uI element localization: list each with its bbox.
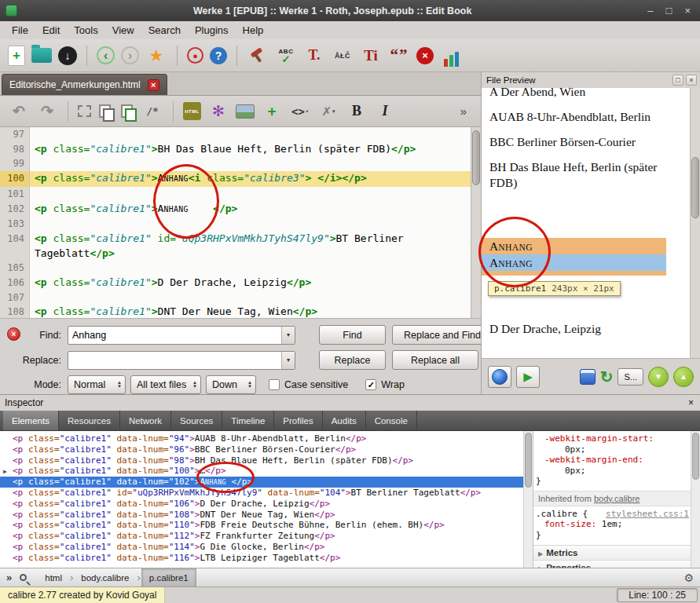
code-editor[interactable]: 9798<p class="calibre1">BH Das Blaue Hef… [0, 127, 481, 318]
more-options-button[interactable]: S... [618, 368, 643, 386]
select-region-icon[interactable] [78, 105, 91, 117]
dom-tree-row[interactable]: <p class="calibre1" data-lnum="106">D De… [0, 499, 523, 510]
replace-all-button[interactable]: Replace all [392, 350, 478, 370]
styles-scrollbar-thumb[interactable] [692, 433, 699, 480]
expand-arrow-icon[interactable]: ▶ [3, 466, 7, 477]
code-line-107[interactable]: 107 [0, 291, 471, 305]
section-properties[interactable]: ▶Properties [533, 560, 700, 568]
menu-file[interactable]: File [5, 23, 35, 38]
bold-icon[interactable]: B [346, 100, 368, 122]
breadcrumb-body.calibre[interactable]: body.calibre [74, 568, 136, 587]
flower-icon[interactable]: ✻ [207, 100, 229, 122]
inspector-tab-profiles[interactable]: Profiles [274, 411, 322, 430]
editor-scrollbar[interactable] [471, 127, 481, 318]
mode-combo[interactable]: Normal ▲▼ [68, 375, 126, 394]
remove-icon[interactable]: × [416, 47, 434, 64]
new-file-icon[interactable]: + [8, 46, 25, 66]
tab-close-icon[interactable]: × [148, 79, 159, 91]
dom-tree-row[interactable]: <p class="calibre1" data-lnum="110">FDB … [0, 520, 523, 531]
menu-view[interactable]: View [105, 23, 141, 38]
replace-button[interactable]: Replace [319, 350, 386, 370]
titlecase-icon[interactable]: Ti [360, 45, 382, 67]
code-line-105[interactable]: 105 [0, 261, 471, 276]
overflow-icon[interactable]: » [453, 100, 475, 122]
copy-icon[interactable] [97, 104, 113, 119]
css-property[interactable]: -webkit-margin-end: [533, 455, 700, 466]
menu-search[interactable]: Search [141, 23, 188, 38]
clear-format-icon[interactable]: ✗▾ [317, 100, 339, 122]
preview-scrollbar[interactable] [690, 88, 700, 358]
dom-tree-row[interactable]: <p class="calibre1" id="uQp3RHPxVmMkhJTy… [0, 488, 523, 499]
preview-paragraph[interactable]: BH Das Blaue Heft, Berlin (später FDB) [489, 159, 666, 191]
inspector-tab-network[interactable]: Network [120, 411, 171, 430]
dom-tree-row[interactable]: ▶<p class="calibre1" data-lnum="100">…</… [0, 466, 523, 477]
paste-icon[interactable] [119, 104, 135, 119]
dom-tree-scrollbar-thumb[interactable] [525, 433, 532, 488]
menu-edit[interactable]: Edit [35, 23, 67, 38]
scope-combo[interactable]: All text files ▲▼ [130, 375, 201, 394]
run-preview-button[interactable]: ▶ [516, 366, 540, 388]
quotes-icon[interactable]: “” [388, 45, 410, 67]
preview-paragraph[interactable]: A Der Abend, Wien [489, 88, 666, 100]
bookmark-icon[interactable]: ★ [145, 45, 167, 67]
code-line-98[interactable]: 98<p class="calibre1">BH Das Blaue Heft,… [0, 142, 471, 157]
code-line-99[interactable]: 99 [0, 156, 471, 171]
dom-tree-row[interactable]: <p class="calibre1" data-lnum="114">G Di… [0, 542, 523, 553]
insert-tag-icon[interactable]: T. [303, 45, 325, 67]
preview-paragraph[interactable]: ANHANG [482, 238, 666, 254]
preview-paragraph[interactable]: DNT Der Neue Tag, Wien [489, 354, 666, 358]
code-line-101[interactable]: 101 [0, 187, 471, 202]
dom-tree-row[interactable]: <p class="calibre1" data-lnum="94">AUAB … [0, 433, 523, 444]
replace-history-dropdown-icon[interactable]: ▾ [281, 352, 295, 369]
inspector-tab-console[interactable]: Console [366, 411, 417, 430]
undo-icon[interactable]: ↶ [8, 100, 30, 122]
inspector-tab-resources[interactable]: Resources [59, 411, 120, 430]
special-char-icon[interactable]: ÅŁČ [332, 45, 354, 67]
comment-icon[interactable]: /* [141, 100, 163, 122]
tab-editorische-anmerkungen[interactable]: Editorische_Anmerkungen.html × [2, 74, 167, 95]
code-line-97[interactable]: 97 [0, 127, 471, 142]
italic-icon[interactable]: I [374, 100, 396, 122]
replace-input[interactable] [68, 355, 281, 366]
find-input[interactable] [68, 330, 281, 341]
code-line-100[interactable]: 100<p class="calibre1">ANHANG<i class="c… [0, 171, 471, 187]
find-history-dropdown-icon[interactable]: ▾ [281, 327, 295, 344]
dom-tree-row[interactable]: <p class="calibre1" data-lnum="96">BBC B… [0, 444, 523, 455]
direction-combo[interactable]: Down ▲▼ [206, 375, 256, 394]
code-tags-icon[interactable]: <>▾ [289, 100, 311, 122]
menu-help[interactable]: Help [236, 23, 271, 38]
styles-scrollbar[interactable] [691, 431, 700, 568]
redo-icon[interactable]: ↷ [36, 100, 58, 122]
inherited-element-link[interactable]: body.calibre [594, 494, 640, 503]
code-line-108[interactable]: 108<p class="calibre1">DNT Der Neue Tag,… [0, 305, 471, 318]
code-line-106[interactable]: 106<p class="calibre1">D Der Drache, Lei… [0, 276, 471, 291]
close-button[interactable]: × [684, 5, 691, 16]
wrap-checkbox[interactable]: ✓ [365, 379, 376, 390]
find-button[interactable]: Find [319, 325, 386, 345]
dom-tree-row[interactable]: <p class="calibre1" data-lnum="112">FZ F… [0, 531, 523, 542]
inspector-close-icon[interactable]: × [688, 397, 694, 408]
spellcheck-icon[interactable]: ABC✓ [275, 45, 297, 67]
minimize-button[interactable]: – [647, 5, 653, 16]
editor-scrollbar-thumb[interactable] [472, 130, 480, 185]
preview-paragraph[interactable]: BBC Berliner Börsen-Courier [489, 134, 666, 150]
inspector-tab-elements[interactable]: Elements [3, 411, 59, 430]
close-panel-icon[interactable]: × [686, 75, 697, 86]
code-line-103[interactable]: 103 [0, 217, 471, 232]
menu-tools[interactable]: Tools [67, 23, 104, 38]
dom-tree-row[interactable]: <p class="calibre1" data-lnum="108">DNT … [0, 510, 523, 521]
preview-scrollbar-thumb[interactable] [691, 157, 699, 218]
dom-tree-row[interactable]: <p class="calibre1" data-lnum="102">ANHA… [0, 477, 523, 488]
menu-plugins[interactable]: Plugins [188, 23, 236, 38]
record-icon[interactable]: ● [187, 47, 203, 64]
stylesheet-source-link[interactable]: stylesheet.css:1 [606, 509, 689, 520]
back-icon[interactable]: ‹ [97, 46, 115, 64]
inspector-tab-audits[interactable]: Audits [323, 411, 366, 430]
dom-tree-scrollbar[interactable] [523, 431, 533, 568]
search-icon[interactable] [20, 574, 27, 581]
dom-tree-row[interactable]: <p class="calibre1" data-lnum="116">LTB … [0, 553, 523, 564]
section-metrics[interactable]: ▶Metrics [533, 545, 700, 560]
download-icon[interactable]: ↓ [58, 46, 77, 65]
float-panel-icon[interactable]: □ [673, 75, 684, 86]
code-line-102[interactable]: 102<p class="calibre1">ANHANG </p> [0, 202, 471, 217]
